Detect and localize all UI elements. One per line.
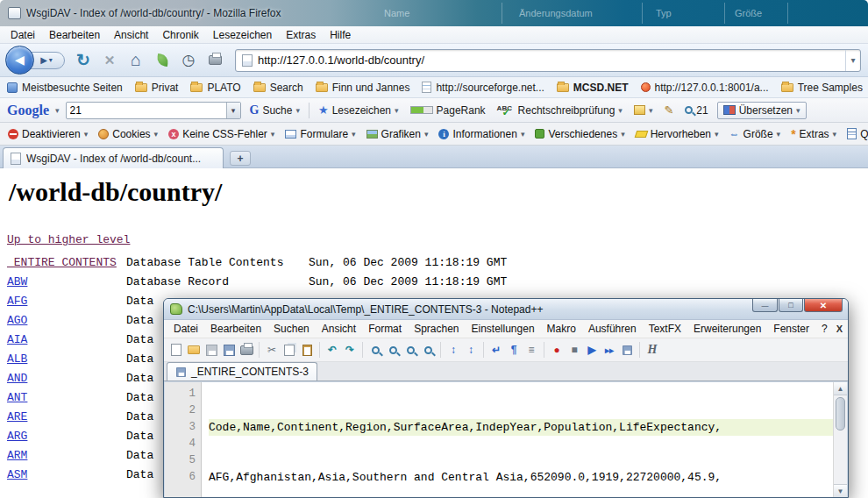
notepad-titlebar[interactable]: C:\Users\Martin\AppData\Local\Temp\_ENTI… bbox=[164, 299, 848, 320]
np-menu-sprachen[interactable]: Sprachen bbox=[408, 323, 465, 335]
np-menu-suchen[interactable]: Suchen bbox=[267, 323, 316, 335]
webdev-deaktivieren[interactable]: Deaktivieren▾ bbox=[5, 126, 90, 142]
listing-link-afg[interactable]: AFG bbox=[7, 295, 27, 308]
tab-wsgidav[interactable]: WsgiDAV - Index of /world-db/count... bbox=[3, 147, 224, 168]
open-file-icon[interactable] bbox=[186, 342, 202, 358]
bookmark-search[interactable]: Search bbox=[253, 82, 303, 94]
webdev-css[interactable]: xKeine CSS-Fehler▾ bbox=[166, 126, 277, 142]
history-button[interactable]: ◷ bbox=[177, 48, 200, 73]
webdev-hervorheben[interactable]: Hervorheben▾ bbox=[633, 126, 722, 142]
bookmark-tree-samples[interactable]: Tree Samples bbox=[781, 82, 863, 94]
paste-icon[interactable] bbox=[299, 342, 315, 358]
url-dropdown-button[interactable]: ▾ bbox=[845, 50, 860, 71]
search-history-dropdown[interactable]: ▾ bbox=[226, 103, 240, 118]
maximize-button[interactable]: □ bbox=[779, 299, 803, 312]
stop-macro-icon[interactable]: ■ bbox=[566, 342, 582, 358]
menu-item-bearbeiten[interactable]: Bearbeiten bbox=[42, 29, 107, 41]
bookmark-meistbesuchte-seiten[interactable]: Meistbesuchte Seiten bbox=[7, 82, 123, 94]
np-menu-einstellungen[interactable]: Einstellungen bbox=[466, 323, 541, 335]
address-bar[interactable]: ▾ bbox=[235, 49, 861, 72]
record-macro-icon[interactable]: ● bbox=[549, 342, 565, 358]
np-menu-ausfuehren[interactable]: Ausführen bbox=[582, 323, 643, 335]
scroll-down-arrow[interactable]: ▼ bbox=[834, 484, 847, 497]
chevron-down-icon[interactable]: ▾ bbox=[49, 56, 53, 64]
close-button[interactable]: ✕ bbox=[804, 299, 843, 312]
sync-horizontal-icon[interactable]: ↕ bbox=[463, 342, 479, 358]
notepad-tab-entire-contents[interactable]: _ENTIRE_CONTENTS-3 bbox=[167, 362, 317, 381]
bookmark-finn-und-jannes[interactable]: Finn und Jannes bbox=[316, 82, 410, 94]
listing-link-are[interactable]: ARE bbox=[7, 410, 27, 423]
listing-link-arg[interactable]: ARG bbox=[7, 430, 27, 443]
save-macro-icon[interactable] bbox=[619, 342, 635, 358]
np-menu-format[interactable]: Format bbox=[362, 323, 408, 335]
cut-icon[interactable]: ✂ bbox=[264, 342, 280, 358]
editor-text-area[interactable]: Code,Name,Continent,Region,SurfaceArea,I… bbox=[202, 382, 847, 497]
listing-link-ant[interactable]: ANT bbox=[7, 391, 27, 404]
find-icon[interactable] bbox=[367, 342, 383, 358]
webdev-grafiken[interactable]: Grafiken▾ bbox=[364, 126, 431, 142]
menu-item-datei[interactable]: Datei bbox=[4, 29, 42, 41]
save-all-icon[interactable] bbox=[221, 342, 237, 358]
autofill-button[interactable]: ✎ bbox=[661, 102, 676, 118]
listing-link-asm[interactable]: ASM bbox=[7, 468, 27, 481]
np-menu-bearbeiten[interactable]: Bearbeiten bbox=[204, 323, 267, 335]
np-menu-erweiterungen[interactable]: Erweiterungen bbox=[687, 323, 767, 335]
bookmark-plato[interactable]: PLATO bbox=[190, 82, 240, 94]
webdev-formulare[interactable]: Formulare▾ bbox=[282, 126, 358, 142]
webdev-informationen[interactable]: iInformationen▾ bbox=[436, 126, 527, 142]
listing-link-ago[interactable]: AGO bbox=[7, 314, 27, 327]
menu-item-chronik[interactable]: Chronik bbox=[155, 29, 205, 41]
listing-link-arm[interactable]: ARM bbox=[7, 449, 27, 462]
html-view-icon[interactable]: H bbox=[644, 342, 660, 358]
up-to-higher-level-link[interactable]: Up to higher level bbox=[7, 233, 130, 246]
run-macro-multiple-icon[interactable]: ▸▸ bbox=[601, 342, 617, 358]
translate-button[interactable]: Übersetzen ▾ bbox=[717, 102, 807, 119]
print-icon[interactable] bbox=[238, 342, 254, 358]
word-wrap-icon[interactable]: ↵ bbox=[488, 342, 504, 358]
menu-item-lesezeichen[interactable]: Lesezeichen bbox=[206, 29, 279, 41]
home-button[interactable]: ⌂ bbox=[125, 48, 147, 73]
show-symbols-icon[interactable]: ¶ bbox=[506, 342, 522, 358]
chevron-down-icon[interactable]: ▾ bbox=[55, 106, 60, 115]
webdev-verschiedenes[interactable]: Verschiedenes▾ bbox=[532, 126, 627, 142]
editor-vertical-scrollbar[interactable]: ▲ ▼ bbox=[833, 382, 847, 497]
scroll-up-arrow[interactable]: ▲ bbox=[834, 382, 847, 395]
bookmark-localhost-8001[interactable]: http://127.0.0.1:8001/a... bbox=[641, 82, 769, 94]
listing-link-and[interactable]: AND bbox=[7, 372, 27, 385]
webdev-cookies[interactable]: Cookies▾ bbox=[96, 126, 160, 142]
listing-link-entire-contents[interactable]: ENTIRE CONTENTS bbox=[7, 256, 117, 269]
new-tab-button[interactable]: + bbox=[230, 151, 251, 166]
zoom-out-icon[interactable] bbox=[420, 342, 436, 358]
back-button[interactable]: ◀ bbox=[5, 46, 34, 75]
menu-item-hilfe[interactable]: Hilfe bbox=[323, 29, 358, 41]
webdev-extras[interactable]: *Extras▾ bbox=[788, 125, 839, 143]
np-menu-ansicht[interactable]: Ansicht bbox=[316, 323, 362, 335]
np-menu-textfx[interactable]: TextFX bbox=[643, 323, 687, 335]
play-macro-icon[interactable]: ▶ bbox=[584, 342, 600, 358]
redo-icon[interactable]: ↷ bbox=[342, 342, 358, 358]
undo-icon[interactable]: ↶ bbox=[324, 342, 340, 358]
replace-icon[interactable] bbox=[385, 342, 401, 358]
url-input[interactable] bbox=[258, 53, 845, 67]
zoom-in-icon[interactable] bbox=[402, 342, 418, 358]
menu-item-extras[interactable]: Extras bbox=[279, 29, 323, 41]
listing-link-alb[interactable]: ALB bbox=[7, 352, 27, 366]
menu-close-icon[interactable]: X bbox=[836, 324, 843, 334]
notepad-editor[interactable]: 1 2 3 4 5 6 Code,Name,Continent,Region,S… bbox=[165, 382, 847, 497]
google-bookmarks-button[interactable]: ★ Lesezeichen ▾ bbox=[316, 102, 402, 118]
webdev-quelltext[interactable]: Quellte bbox=[844, 126, 868, 142]
minimize-button[interactable]: — bbox=[752, 299, 778, 312]
np-menu-help[interactable]: ? bbox=[815, 323, 834, 335]
bookmark-mcsd-net[interactable]: MCSD.NET bbox=[557, 82, 629, 94]
feed-addon-button[interactable] bbox=[151, 48, 174, 73]
webdev-groesse[interactable]: ⇔Größe▾ bbox=[727, 126, 784, 142]
sendto-button[interactable]: ▾ bbox=[631, 103, 656, 117]
google-logo[interactable]: Google bbox=[7, 103, 49, 118]
np-menu-makro[interactable]: Makro bbox=[541, 323, 582, 335]
google-search-input[interactable] bbox=[67, 104, 226, 117]
np-menu-fenster[interactable]: Fenster bbox=[767, 323, 815, 335]
save-icon[interactable] bbox=[203, 342, 219, 358]
menu-item-ansicht[interactable]: Ansicht bbox=[107, 29, 155, 41]
print-button[interactable] bbox=[203, 48, 226, 73]
search-count-button[interactable]: 21 bbox=[682, 103, 710, 118]
